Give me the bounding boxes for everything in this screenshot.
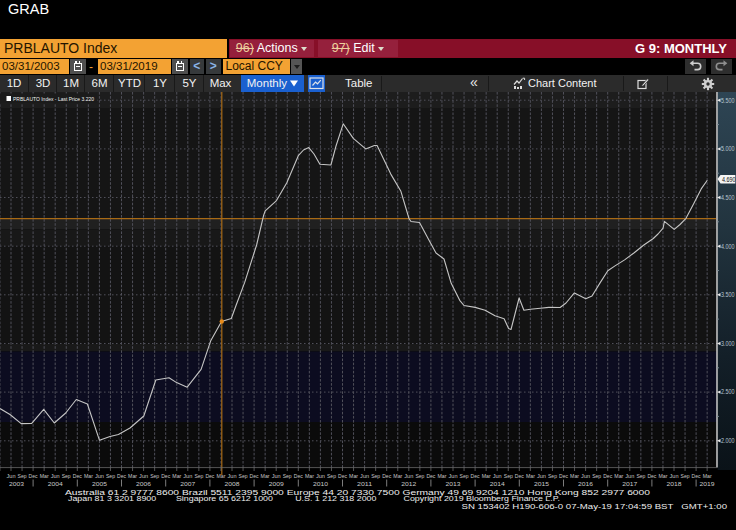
svg-text:2012: 2012	[401, 481, 416, 487]
svg-text:Jun: Jun	[625, 473, 634, 479]
svg-text:2009: 2009	[269, 481, 284, 487]
svg-text:Jun: Jun	[95, 473, 104, 479]
svg-text:Sep: Sep	[150, 473, 159, 479]
svg-text:Dec: Dec	[294, 473, 303, 479]
svg-text:2018: 2018	[667, 481, 682, 487]
svg-text:Mar: Mar	[393, 473, 402, 479]
svg-text:Sep: Sep	[460, 473, 469, 479]
svg-text:Mar: Mar	[703, 473, 712, 479]
svg-text:Jun: Jun	[404, 473, 413, 479]
svg-text:Mar: Mar	[482, 473, 491, 479]
svg-text:Dec: Dec	[647, 473, 656, 479]
svg-text:Dec: Dec	[603, 473, 612, 479]
svg-text:2004: 2004	[48, 481, 64, 487]
svg-text:Sep: Sep	[106, 473, 115, 479]
svg-text:Dec: Dec	[161, 473, 170, 479]
svg-text:4.690: 4.690	[722, 176, 736, 183]
svg-text:Jun: Jun	[51, 473, 60, 479]
svg-text:4.000: 4.000	[721, 243, 735, 250]
svg-text:SN 153402 H190-606-0 07-May-19: SN 153402 H190-606-0 07-May-19 17:04:59 …	[462, 503, 728, 511]
svg-text:Jun: Jun	[139, 473, 148, 479]
svg-text:Sep: Sep	[636, 473, 645, 479]
svg-text:2017: 2017	[622, 481, 637, 487]
svg-text:Dec: Dec	[338, 473, 347, 479]
svg-text:3.000: 3.000	[721, 340, 735, 347]
svg-text:Dec: Dec	[382, 473, 391, 479]
svg-text:Jun: Jun	[183, 473, 192, 479]
svg-text:Jun: Jun	[272, 473, 281, 479]
svg-text:Sep: Sep	[239, 473, 248, 479]
svg-text:Mar: Mar	[84, 473, 93, 479]
svg-text:2013: 2013	[446, 481, 461, 487]
svg-text:Dec: Dec	[117, 473, 126, 479]
svg-text:2014: 2014	[490, 481, 506, 487]
svg-text:2003: 2003	[9, 481, 24, 487]
svg-text:Dec: Dec	[29, 473, 38, 479]
svg-text:Mar: Mar	[614, 473, 623, 479]
svg-text:2005: 2005	[92, 481, 107, 487]
svg-text:Mar: Mar	[659, 473, 668, 479]
svg-text:Sep: Sep	[681, 473, 690, 479]
svg-text:2010: 2010	[313, 481, 328, 487]
svg-text:Jun: Jun	[228, 473, 237, 479]
svg-text:Jun: Jun	[449, 473, 458, 479]
svg-text:Sep: Sep	[548, 473, 557, 479]
svg-text:2.000: 2.000	[721, 437, 735, 444]
svg-text:Dec: Dec	[515, 473, 524, 479]
svg-text:2015: 2015	[534, 481, 549, 487]
svg-text:Sep: Sep	[18, 473, 27, 479]
svg-text:Sep: Sep	[371, 473, 380, 479]
svg-text:Jun: Jun	[316, 473, 325, 479]
svg-text:Mar: Mar	[438, 473, 447, 479]
svg-text:Dec: Dec	[471, 473, 480, 479]
svg-text:2019: 2019	[700, 481, 715, 487]
svg-text:Mar: Mar	[172, 473, 181, 479]
svg-text:5.500: 5.500	[721, 97, 735, 104]
svg-text:Mar: Mar	[349, 473, 358, 479]
svg-text:Sep: Sep	[62, 473, 71, 479]
svg-text:Mar: Mar	[217, 473, 226, 479]
svg-text:Mar: Mar	[261, 473, 270, 479]
svg-text:Jun: Jun	[493, 473, 502, 479]
svg-text:Mar: Mar	[570, 473, 579, 479]
svg-text:Dec: Dec	[692, 473, 701, 479]
svg-text:4.500: 4.500	[721, 194, 735, 201]
svg-text:Mar: Mar	[526, 473, 535, 479]
svg-text:Mar: Mar	[305, 473, 314, 479]
svg-text:2.500: 2.500	[721, 388, 735, 395]
svg-text:Mar: Mar	[128, 473, 137, 479]
svg-text:Jun: Jun	[360, 473, 369, 479]
svg-text:5.000: 5.000	[721, 145, 735, 152]
svg-text:3.500: 3.500	[721, 291, 735, 298]
svg-text:Dec: Dec	[73, 473, 82, 479]
svg-text:Sep: Sep	[194, 473, 203, 479]
svg-text:Jun: Jun	[537, 473, 546, 479]
svg-text:Sep: Sep	[283, 473, 292, 479]
svg-text:2006: 2006	[136, 481, 151, 487]
svg-text:Jun: Jun	[670, 473, 679, 479]
svg-text:Sep: Sep	[592, 473, 601, 479]
svg-text:2008: 2008	[225, 481, 240, 487]
svg-text:Dec: Dec	[250, 473, 259, 479]
svg-text:PRBLAUTO Index - Last Price 3.: PRBLAUTO Index - Last Price 3.220	[13, 95, 94, 102]
svg-text:Mar: Mar	[40, 473, 49, 479]
svg-text:2016: 2016	[578, 481, 593, 487]
svg-text:Dec: Dec	[205, 473, 214, 479]
svg-text:Sep: Sep	[504, 473, 513, 479]
svg-text:2011: 2011	[357, 481, 372, 487]
svg-text:2007: 2007	[180, 481, 195, 487]
svg-text:Sep: Sep	[415, 473, 424, 479]
svg-text:Dec: Dec	[559, 473, 568, 479]
svg-text:Jun: Jun	[581, 473, 590, 479]
svg-text:Jun: Jun	[7, 473, 16, 479]
svg-text:Dec: Dec	[426, 473, 435, 479]
svg-text:Sep: Sep	[327, 473, 336, 479]
